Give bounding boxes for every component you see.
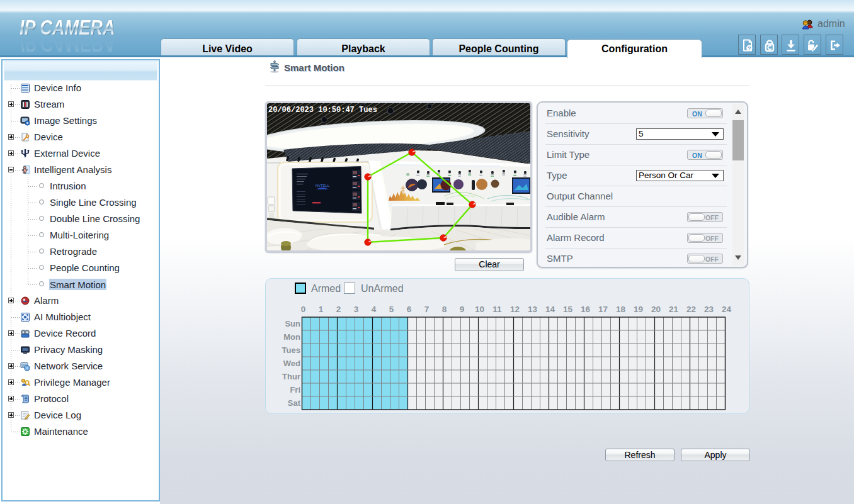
svg-text:Mon: Mon — [283, 332, 300, 342]
svg-text:6: 6 — [407, 305, 412, 314]
svg-text:18: 18 — [616, 305, 626, 314]
svg-text:20: 20 — [651, 305, 661, 314]
svg-text:20/06/2023 10:50:47 Tues: 20/06/2023 10:50:47 Tues — [268, 106, 377, 115]
svg-text:15: 15 — [563, 305, 573, 314]
svg-text:Fri: Fri — [290, 385, 300, 395]
svg-text:10: 10 — [475, 305, 484, 314]
svg-text:11: 11 — [492, 305, 502, 314]
svg-text:14: 14 — [545, 305, 555, 314]
svg-text:NVTELL: NVTELL — [316, 184, 330, 188]
svg-text:22: 22 — [686, 305, 696, 314]
svg-text:19: 19 — [634, 305, 643, 314]
svg-text:4: 4 — [372, 305, 377, 314]
svg-text:2: 2 — [336, 305, 341, 314]
svg-text:1: 1 — [319, 305, 324, 314]
svg-text:7: 7 — [424, 305, 430, 314]
svg-text:Wed: Wed — [283, 359, 300, 368]
svg-text:3: 3 — [354, 305, 359, 314]
svg-text:0: 0 — [301, 305, 306, 314]
svg-text:8: 8 — [442, 305, 447, 314]
svg-text:24: 24 — [722, 305, 732, 314]
svg-text:12: 12 — [510, 305, 520, 314]
svg-text:Sat: Sat — [288, 398, 301, 408]
svg-text:16: 16 — [581, 305, 591, 314]
svg-text:Sun: Sun — [285, 319, 300, 328]
svg-text:21: 21 — [669, 305, 679, 314]
svg-text:?: ? — [748, 45, 751, 52]
svg-text:Thur: Thur — [282, 372, 300, 381]
svg-text:23: 23 — [704, 305, 714, 314]
svg-text:Tues: Tues — [282, 345, 300, 355]
svg-text:5: 5 — [389, 305, 394, 314]
svg-text:9: 9 — [460, 305, 465, 314]
svg-text:17: 17 — [598, 305, 608, 314]
svg-text:13: 13 — [528, 305, 538, 314]
